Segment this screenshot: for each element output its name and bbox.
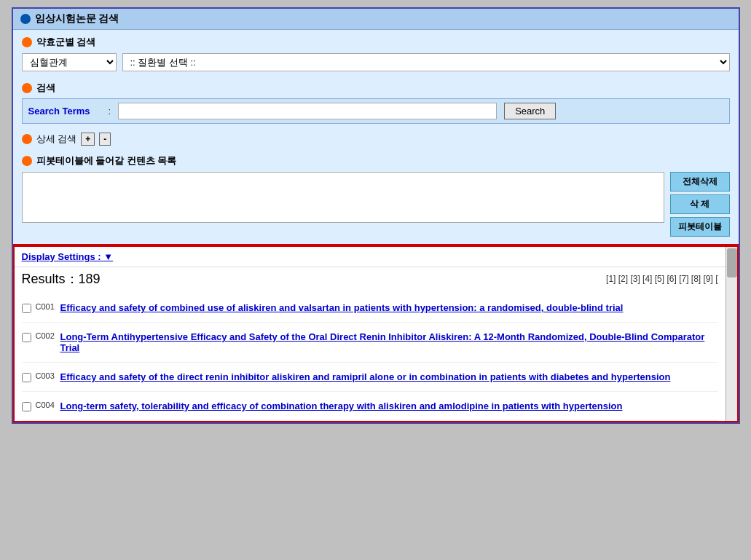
top-panel: 임상시험논문 검색 약효군별 검색 심혈관계 :: 질환별 선택 :: 검색 S… [13,9,739,245]
drug-search-icon [22,37,32,47]
pivot-textarea[interactable] [22,172,664,223]
drug-search-row: 심혈관계 :: 질환별 선택 :: [22,53,730,71]
search-icon [22,83,32,93]
search-terms-label: Search Terms [28,106,101,117]
results-count: Results：189 [22,270,101,288]
pivot-content-area: 전체삭제 삭 제 피봇테이블 [22,172,730,237]
result-link[interactable]: Long-Term Antihypertensive Efficacy and … [60,331,705,353]
display-settings-link[interactable]: Display Settings : ▼ [22,251,114,262]
drug-search-section: 약효군별 검색 심혈관계 :: 질환별 선택 :: [13,30,739,77]
result-list: C001 Efficacy and safety of combined use… [15,293,726,421]
result-item: C004 Long-term safety, tolerability and … [22,392,718,421]
scrollbar[interactable] [726,247,737,421]
display-settings-bar: Display Settings : ▼ [15,247,726,267]
advanced-expand-button[interactable]: + [81,133,95,146]
result-title: Efficacy and safety of combined use of a… [60,302,624,313]
advanced-search-icon [22,134,32,144]
pivot-section-title: 피봇테이블에 들어갈 컨텐츠 목록 [22,154,730,167]
pivot-section: 피봇테이블에 들어갈 컨텐츠 목록 전체삭제 삭 제 피봇테이블 [13,150,739,244]
search-button[interactable]: Search [504,103,556,119]
result-code: C003 [36,371,56,380]
drug-search-label: 약효군별 검색 [36,36,96,49]
result-title: Efficacy and safety of the direct renin … [60,371,671,382]
main-container: 임상시험논문 검색 약효군별 검색 심혈관계 :: 질환별 선택 :: 검색 S… [12,7,740,424]
display-settings-label: Display Settings : [22,251,101,262]
bottom-panel: Display Settings : ▼ Results：189 [1] [2]… [13,245,739,422]
result-link[interactable]: Long-term safety, tolerability and effic… [60,401,623,411]
pivot-section-label: 피봇테이블에 들어갈 컨텐츠 목록 [36,154,177,167]
search-terms-row: Search Terms : Search [22,98,730,124]
result-link[interactable]: Efficacy and safety of the direct renin … [60,371,671,382]
pivot-icon [22,156,32,166]
result-item: C003 Efficacy and safety of the direct r… [22,363,718,392]
pagination-text: [1] [2] [3] [4] [5] [6] [7] [8] [9] [ [606,274,717,284]
advanced-collapse-button[interactable]: - [99,133,111,146]
result-checkbox[interactable] [22,373,31,382]
result-code: C002 [36,331,56,340]
result-title: Long-Term Antihypertensive Efficacy and … [60,331,718,353]
pivot-table-button[interactable]: 피봇테이블 [670,217,730,237]
result-checkbox[interactable] [22,304,31,313]
search-input[interactable] [118,103,497,119]
search-section-label: 검색 [36,82,55,95]
result-code: C001 [36,302,56,311]
drug-category-select[interactable]: 심혈관계 [22,53,117,71]
result-title: Long-term safety, tolerability and effic… [60,401,623,411]
search-section: 검색 Search Terms : Search [13,77,739,128]
advanced-search-row: 상세 검색 + - [13,128,739,150]
main-title: 임상시험논문 검색 [35,12,119,25]
result-checkbox[interactable] [22,402,31,411]
search-colon: : [109,106,111,117]
pivot-buttons: 전체삭제 삭 제 피봇테이블 [670,172,730,237]
result-code: C004 [36,401,56,409]
bottom-panel-inner: Display Settings : ▼ Results：189 [1] [2]… [15,247,726,421]
disease-select[interactable]: :: 질환별 선택 :: [122,53,730,71]
delete-button[interactable]: 삭 제 [670,194,730,214]
result-link[interactable]: Efficacy and safety of combined use of a… [60,302,624,313]
main-title-bar: 임상시험논문 검색 [13,9,739,30]
pagination: [1] [2] [3] [4] [5] [6] [7] [8] [9] [ [606,274,717,284]
scrollbar-thumb [727,248,737,277]
results-header: Results：189 [1] [2] [3] [4] [5] [6] [7] … [15,267,726,293]
display-settings-arrow: ▼ [103,251,113,262]
result-checkbox[interactable] [22,333,31,342]
drug-search-title: 약효군별 검색 [22,36,730,49]
delete-all-button[interactable]: 전체삭제 [670,172,730,192]
main-title-icon [20,14,31,24]
result-item: C002 Long-Term Antihypertensive Efficacy… [22,323,718,363]
result-item: C001 Efficacy and safety of combined use… [22,293,718,323]
search-section-title: 검색 [22,82,730,95]
advanced-search-label: 상세 검색 [36,133,77,146]
